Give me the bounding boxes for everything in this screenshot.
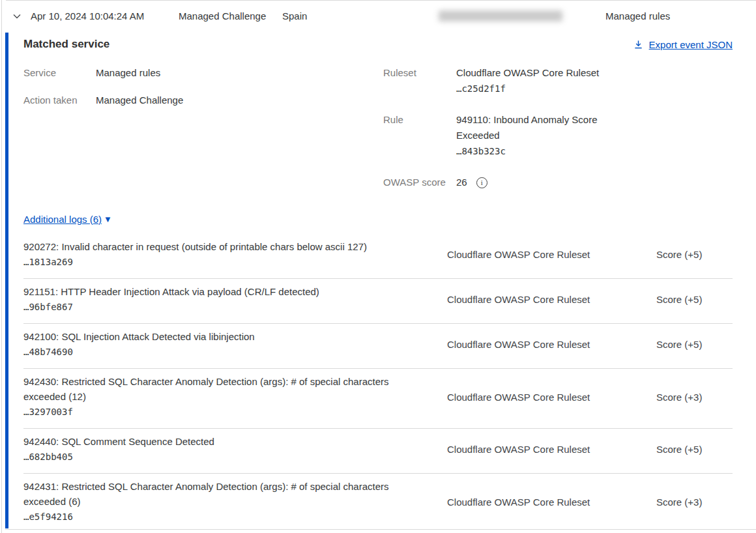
event-service: Managed rules [605,10,670,22]
event-action: Managed Challenge [179,10,282,22]
export-event-json-button[interactable]: Export event JSON [633,39,733,50]
rule-label: Rule [383,112,456,159]
log-rule-id: …682bb405 [23,450,413,465]
firewall-event-expanded-row: Apr 10, 2024 10:04:24 AM Managed Challen… [2,0,756,533]
rule-field: Rule 949110: Inbound Anomaly Score Excee… [383,112,748,159]
log-ruleset-name: Cloudflare OWASP Core Ruleset [447,444,656,455]
collapse-chevron-icon[interactable] [12,12,31,21]
log-row: 921151: HTTP Header Injection Attack via… [23,279,733,324]
redacted-hostname [439,10,562,22]
log-ruleset-name: Cloudflare OWASP Core Ruleset [447,497,656,508]
log-rule-description: 942430: Restricted SQL Character Anomaly… [23,374,413,404]
log-rule-id: …3297003f [23,405,413,420]
download-icon [633,40,643,50]
service-field: Service Managed rules [23,65,383,81]
rule-id: …843b323c [456,143,616,159]
action-taken-label: Action taken [23,93,96,108]
matched-service-title: Matched service [23,38,109,51]
service-value: Managed rules [96,65,160,81]
log-rule-description: 921151: HTTP Header Injection Attack via… [23,284,413,299]
log-rule-id: …e5f94216 [23,510,413,525]
log-score: Score (+5) [656,249,733,260]
log-score: Score (+5) [656,339,733,350]
log-row: 920272: Invalid character in request (ou… [23,234,733,279]
rule-name: 949110: Inbound Anomaly Score Exceeded [456,112,616,143]
log-ruleset-name: Cloudflare OWASP Core Ruleset [447,249,656,260]
log-rule-id: …1813a269 [23,255,413,270]
log-score: Score (+5) [656,294,733,305]
log-score: Score (+5) [656,444,733,455]
event-row-header[interactable]: Apr 10, 2024 10:04:24 AM Managed Challen… [6,0,756,31]
log-score: Score (+3) [656,497,733,508]
owasp-score-field: OWASP score 26 i [383,175,748,190]
action-taken-value: Managed Challenge [96,93,183,108]
caret-down-icon[interactable]: ▼ [104,214,112,224]
info-icon[interactable]: i [476,177,487,188]
log-rule-description: 942100: SQL Injection Attack Detected vi… [23,329,413,344]
ruleset-name: Cloudflare OWASP Core Ruleset [456,65,616,81]
log-rule-id: …96bfe867 [23,300,413,315]
next-row-top-border [5,529,756,530]
additional-logs-table: 920272: Invalid character in request (ou… [23,234,733,533]
log-ruleset-name: Cloudflare OWASP Core Ruleset [447,392,656,403]
event-country: Spain [282,10,439,22]
action-taken-field: Action taken Managed Challenge [23,93,383,108]
ruleset-field: Ruleset Cloudflare OWASP Core Ruleset …c… [383,65,748,96]
event-detail-panel: Matched service Export event JSON Servic… [2,31,756,533]
log-row: 942431: Restricted SQL Character Anomaly… [23,474,733,533]
owasp-score-value: 26 [456,175,467,190]
log-score: Score (+3) [656,392,733,403]
expanded-row-accent-bar [5,33,8,528]
log-ruleset-name: Cloudflare OWASP Core Ruleset [447,339,656,350]
log-rule-id: …48b74690 [23,345,413,360]
event-timestamp: Apr 10, 2024 10:04:24 AM [31,10,179,22]
additional-logs-toggle[interactable]: Additional logs (6) [23,214,102,225]
log-row: 942430: Restricted SQL Character Anomaly… [23,369,733,429]
log-rule-description: 920272: Invalid character in request (ou… [23,239,413,254]
log-ruleset-name: Cloudflare OWASP Core Ruleset [447,294,656,305]
log-rule-description: 942440: SQL Comment Sequence Detected [23,434,413,449]
service-label: Service [23,65,96,81]
log-row: 942440: SQL Comment Sequence Detected …6… [23,429,733,474]
log-rule-description: 942431: Restricted SQL Character Anomaly… [23,479,413,509]
log-row: 942100: SQL Injection Attack Detected vi… [23,324,733,369]
export-event-json-label: Export event JSON [649,39,733,50]
ruleset-id: …c25d2f1f [456,81,616,96]
ruleset-label: Ruleset [383,65,456,96]
owasp-score-label: OWASP score [383,175,456,190]
